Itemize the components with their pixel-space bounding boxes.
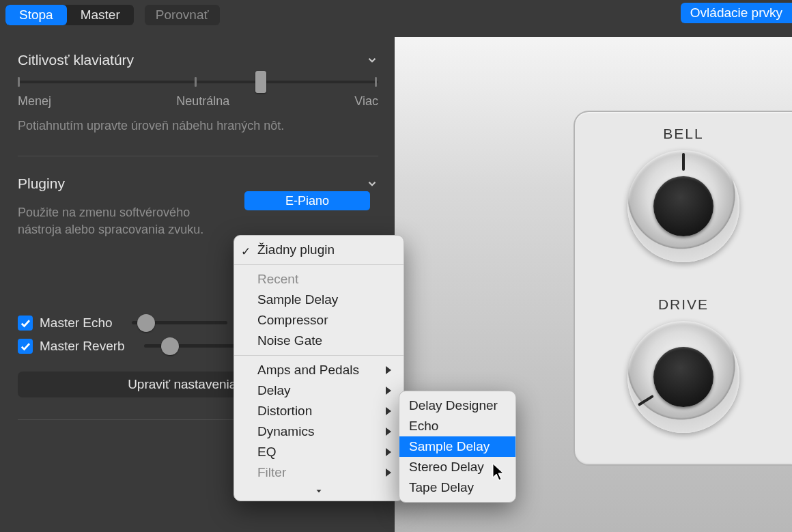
menu-item-amps-and-pedals[interactable]: Amps and Pedals: [234, 360, 404, 380]
menu-item-label: Delay Designer: [409, 398, 498, 413]
slider-label-less: Menej: [18, 94, 51, 109]
knob-label-bell: BELL: [575, 126, 792, 142]
compare-button[interactable]: Porovnať: [145, 5, 220, 25]
menu-item-label: Filter: [257, 465, 286, 480]
menu-item-distortion[interactable]: Distortion: [234, 401, 404, 421]
tab-stopa[interactable]: Stopa: [5, 5, 67, 25]
knob-label-drive: DRIVE: [575, 296, 792, 313]
slider-label-more: Viac: [354, 94, 378, 109]
plugin-context-menu: ✓ Žiadny plugin Recent Sample Delay Comp…: [234, 235, 404, 501]
controls-button[interactable]: Ovládacie prvky: [681, 3, 792, 23]
chevron-down-icon[interactable]: [366, 54, 378, 66]
menu-item-label: Noise Gate: [257, 333, 322, 348]
menu-item-label: Dynamics: [257, 424, 314, 439]
slider-label-neutral: Neutrálna: [176, 94, 229, 109]
menu-item-recent-noise-gate[interactable]: Noise Gate: [234, 331, 404, 351]
menu-item-label: Žiadny plugin: [257, 242, 335, 257]
menu-heading-recent: Recent: [234, 269, 404, 290]
sensitivity-help-text: Potiahnutím upravte úroveň nábehu hranýc…: [18, 118, 378, 134]
plugins-help-text: Použite na zmenu softvérového nástroja a…: [18, 204, 229, 238]
master-reverb-slider[interactable]: [144, 344, 240, 348]
menu-item-label: Compressor: [257, 313, 328, 328]
submenu-item-delay-designer[interactable]: Delay Designer: [399, 395, 515, 416]
svg-marker-0: [317, 490, 322, 492]
menu-item-label: Distortion: [257, 404, 312, 419]
menu-item-label: Sample Delay: [409, 439, 490, 454]
submenu-item-sample-delay[interactable]: Sample Delay: [399, 436, 515, 457]
master-reverb-label: Master Reverb: [40, 339, 125, 354]
submenu-item-tape-delay[interactable]: Tape Delay: [399, 477, 515, 498]
sensitivity-slider-labels: Menej Neutrálna Viac: [18, 94, 378, 109]
menu-item-label: EQ: [257, 445, 276, 460]
menu-item-label: Amps and Pedals: [257, 363, 359, 378]
master-echo-label: Master Echo: [40, 316, 113, 331]
topbar: Stopa Master Porovnať Ovládacie prvky: [0, 0, 792, 30]
menu-item-filter[interactable]: Filter: [234, 462, 404, 483]
menu-item-recent-compressor[interactable]: Compressor: [234, 310, 404, 331]
menu-item-recent-sample-delay[interactable]: Sample Delay: [234, 290, 404, 310]
submenu-item-stereo-delay[interactable]: Stereo Delay: [399, 457, 515, 477]
menu-item-label: Tape Delay: [409, 480, 474, 495]
menu-item-delay[interactable]: Delay: [234, 380, 404, 401]
tab-master[interactable]: Master: [67, 5, 134, 25]
master-echo-slider[interactable]: [132, 321, 227, 324]
chevron-down-icon[interactable]: [366, 178, 378, 190]
menu-item-label: Delay: [257, 383, 291, 398]
section-title-sensitivity: Citlivosť klaviatúry: [18, 52, 134, 68]
master-reverb-checkbox[interactable]: [18, 339, 33, 354]
submenu-item-echo[interactable]: Echo: [399, 416, 515, 436]
menu-item-eq[interactable]: EQ: [234, 442, 404, 462]
plugin-slot-button[interactable]: E-Piano: [244, 191, 370, 210]
menu-item-dynamics[interactable]: Dynamics: [234, 421, 404, 442]
section-title-plugins: Pluginy: [18, 176, 65, 192]
delay-submenu: Delay Designer Echo Sample Delay Stereo …: [399, 391, 516, 503]
menu-item-no-plugin[interactable]: ✓ Žiadny plugin: [234, 240, 404, 260]
sensitivity-slider[interactable]: [18, 81, 378, 83]
menu-item-label: Echo: [409, 419, 438, 434]
instrument-panel: BELL DRIVE: [574, 111, 792, 466]
track-master-segmented: Stopa Master: [5, 5, 134, 25]
menu-item-label: Stereo Delay: [409, 460, 484, 475]
master-echo-checkbox[interactable]: [18, 316, 33, 331]
bell-knob[interactable]: [627, 150, 739, 262]
drive-knob[interactable]: [627, 321, 739, 433]
section-keyboard-sensitivity: Citlivosť klaviatúry Menej Neutrálna Via…: [18, 33, 378, 134]
menu-item-label: Sample Delay: [257, 292, 338, 307]
menu-scroll-down[interactable]: [234, 483, 404, 499]
